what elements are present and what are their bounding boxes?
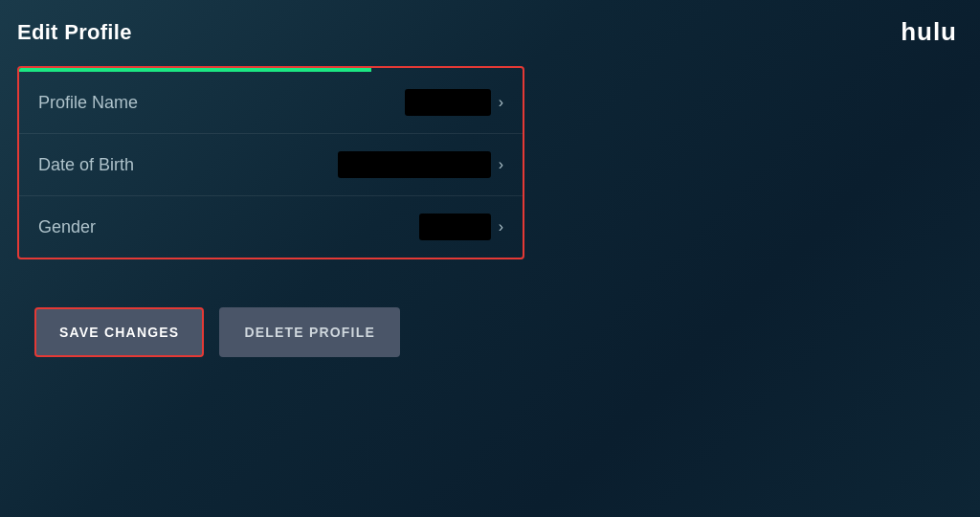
- profile-name-value: [405, 89, 491, 116]
- dob-chevron: ›: [499, 156, 503, 173]
- dob-label: Date of Birth: [38, 155, 134, 175]
- progress-bar: [19, 68, 371, 72]
- main-content: Profile Name › Date of Birth › Gender › …: [0, 56, 980, 367]
- header: Edit Profile hulu: [0, 0, 980, 56]
- profile-card: Profile Name › Date of Birth › Gender ›: [17, 66, 524, 259]
- dob-right: ›: [338, 151, 503, 178]
- dob-row[interactable]: Date of Birth ›: [19, 134, 523, 196]
- profile-name-chevron: ›: [499, 94, 503, 111]
- gender-value: [419, 214, 491, 240]
- gender-chevron: ›: [499, 218, 503, 236]
- profile-name-label: Profile Name: [38, 93, 138, 113]
- delete-profile-button[interactable]: DELETE PROFILE: [219, 307, 400, 357]
- buttons-section: SAVE CHANGES DELETE PROFILE: [17, 259, 963, 357]
- profile-name-right: ›: [405, 89, 503, 116]
- gender-label: Gender: [38, 217, 96, 237]
- gender-right: ›: [419, 214, 503, 240]
- page-title: Edit Profile: [17, 20, 132, 45]
- dob-value: [338, 151, 491, 178]
- save-changes-button[interactable]: SAVE CHANGES: [34, 307, 204, 357]
- hulu-logo: hulu: [901, 17, 957, 47]
- profile-name-row[interactable]: Profile Name ›: [19, 72, 523, 134]
- progress-bar-container: [19, 68, 523, 72]
- gender-row[interactable]: Gender ›: [19, 196, 523, 258]
